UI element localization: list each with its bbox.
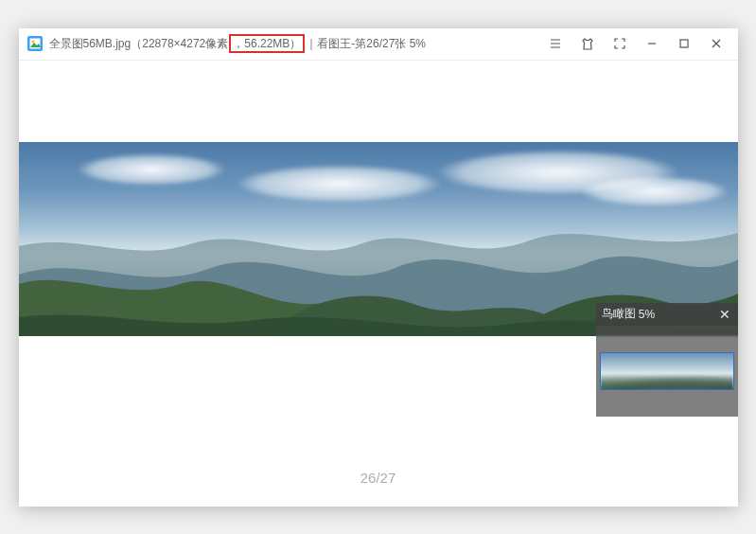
birdseye-close-icon[interactable]: ✕ [717, 307, 732, 322]
title-filesize-highlight: ，56.22MB） [229, 34, 305, 53]
birdseye-body[interactable] [596, 326, 738, 417]
image-viewer-window: 全景图56MB.jpg （22878×4272像素 ，56.22MB） ｜ 看图… [19, 28, 738, 507]
birdseye-panel[interactable]: 鸟瞰图 5% ✕ [596, 303, 738, 417]
birdseye-zoom: 5% [639, 308, 655, 321]
svg-rect-3 [680, 40, 688, 47]
titlebar[interactable]: 全景图56MB.jpg （22878×4272像素 ，56.22MB） ｜ 看图… [19, 28, 738, 61]
maximize-button[interactable] [668, 29, 700, 58]
title-separator: ｜ [306, 36, 317, 52]
title-zoom: 5% [410, 37, 426, 50]
title-position: 第26/27张 [355, 36, 406, 52]
fullscreen-button[interactable] [604, 29, 636, 58]
image-viewport[interactable]: 鸟瞰图 5% ✕ 26/27 [19, 61, 738, 507]
menu-button[interactable] [539, 29, 571, 58]
window-controls [539, 29, 732, 58]
skin-button[interactable] [571, 29, 604, 58]
minimize-button[interactable] [636, 29, 668, 58]
title-app-name: 看图王 [317, 36, 351, 52]
close-button[interactable] [700, 29, 732, 58]
birdseye-header[interactable]: 鸟瞰图 5% ✕ [596, 303, 738, 326]
app-icon [26, 35, 44, 52]
birdseye-thumbnail[interactable] [600, 352, 734, 390]
window-title: 全景图56MB.jpg （22878×4272像素 ，56.22MB） ｜ 看图… [49, 34, 427, 53]
title-dimensions: （22878×4272像素 [131, 36, 228, 52]
page-counter: 26/27 [19, 470, 738, 486]
birdseye-title: 鸟瞰图 [602, 306, 636, 322]
title-filename: 全景图56MB.jpg [49, 36, 132, 52]
